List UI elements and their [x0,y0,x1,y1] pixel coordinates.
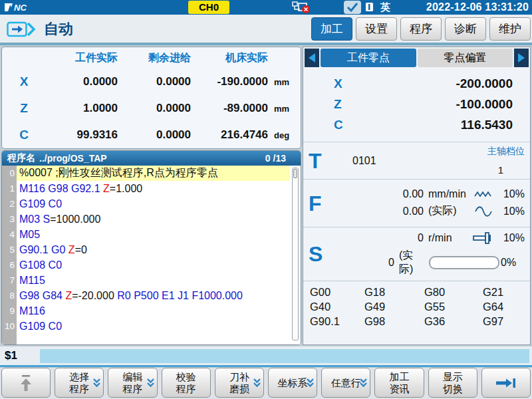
program-line[interactable]: 7M115 [2,273,301,288]
workpiece-zero-values: X-200.0000Z-100.0000C116.5430 [303,68,530,142]
program-scrollbar[interactable] [292,168,299,340]
line-content: M05 [17,227,290,242]
axis-actual: 0.0000 [46,75,120,88]
mode-label: 自动 [44,19,73,39]
softkey-label: 刀补磨损 [229,371,249,395]
zero-axis-c: C [334,118,343,132]
program-line[interactable]: 3M03 S=1000.000 [2,211,301,227]
tab-machining[interactable]: 加工 [311,17,352,41]
line-content: G108 C0 [17,257,290,273]
softkey-display-switch[interactable]: 显示切换 [428,368,477,398]
softkey-next-page[interactable] [481,368,531,398]
program-line[interactable]: 9M116 [2,303,301,319]
zero-row: X-200.0000 [303,73,530,94]
zero-axis-z: Z [334,97,342,112]
program-line[interactable]: 8G98 G84 Z=-20.000 R0 P500 E1 J1 F1000.0… [2,288,301,303]
tab-diagnosis[interactable]: 诊断 [445,17,486,41]
spindle-section: S 0 r/min 10% 0 (实际) [303,227,530,281]
program-line[interactable]: 4M05 [2,227,301,242]
line-number: 5 [2,245,17,255]
spindle-load-value: 0% [499,257,525,269]
program-line[interactable]: 5G90.1 G0 Z=0 [2,242,301,257]
tab-settings[interactable]: 设置 [356,17,397,41]
zero-axis-x: X [334,76,342,91]
gcode-cell: G98 [364,315,424,328]
rapid-override-icon [467,190,499,199]
command-input[interactable] [40,349,529,363]
softkey-machining-info[interactable]: 加工资讯 [374,368,424,398]
hnc-logo: NC [4,1,44,16]
line-number: 10 [2,321,17,331]
spindle-actual: 0 [388,257,394,269]
axis-remaining: 0.0000 [120,102,194,115]
channel-badge: CH0 [188,1,229,14]
program-name-label: 程序名 [7,152,35,164]
tab-next-button[interactable] [514,49,529,67]
col-header-machine-actual: 机床实际 [194,51,271,65]
cnc-screen: NC CH0 英 2022-12-06 13:31:20 [0,0,532,399]
position-table: 工件实际 剩余进给 机床实际 X0.00000.0000-190.0000mmZ… [1,47,301,149]
feed-actual-label: (实际) [424,204,467,218]
softkey-edit-program[interactable]: 编辑程序 [108,368,157,398]
gcode-cell: G36 [424,315,483,328]
col-header-workpiece-actual: 工件实际 [46,51,120,65]
softkey-menu-up[interactable] [1,368,51,398]
line-content: %0007 ;刚性攻丝测试程序,R点为程序零点 [17,166,290,181]
tool-section: T 0101 主轴档位 1 [303,142,530,179]
tab-workpiece-zero[interactable]: 工件零点 [321,49,416,67]
program-line[interactable]: 6G108 C0 [2,257,301,273]
axis-remaining: 0.0000 [120,75,194,88]
softkey-select-program[interactable]: 选择程序 [55,368,104,398]
language-indicator[interactable]: 英 [380,1,390,14]
tab-prev-button[interactable] [305,49,319,67]
command-prompt: $1 [5,349,17,362]
tab-program[interactable]: 程序 [400,17,442,41]
feed-unit: mm/min [424,188,467,200]
gcode-cell: G64 [483,301,530,313]
feed-section: F 0.00 mm/min 10% 0.00 (实际) 10% [303,179,530,227]
spindle-gear-label: 主轴档位 [487,146,525,158]
program-panel: 程序名 ../prog/OS_TAP 0 /13 0%0007 ;刚性攻丝测试程… [1,150,301,345]
tab-zero-offset[interactable]: 零点偏置 [418,49,513,67]
program-listing[interactable]: 0%0007 ;刚性攻丝测试程序,R点为程序零点1M116 G98 G92.1 … [2,166,301,344]
feed-override-value: 10% [499,205,525,217]
program-line[interactable]: 0%0007 ;刚性攻丝测试程序,R点为程序零点 [2,166,301,181]
softkey-coordinate-system[interactable]: 坐标系 [268,368,317,398]
axis-label-z: Z [2,101,46,116]
chevron-down-icon [92,378,101,388]
scrollbar-thumb[interactable] [293,169,297,178]
axis-machine: -89.0000 [194,102,271,115]
softkey-verify-program[interactable]: 校验程序 [162,368,211,398]
col-header-remaining-feed: 剩余进给 [120,51,194,65]
command-line: $1 [0,346,532,365]
softkey-arbitrary-line[interactable]: 任意行 [321,368,370,398]
gcode-cell: G49 [364,301,424,313]
feed-letter: F [309,191,322,215]
program-line[interactable]: 1M116 G98 G92.1 Z=1.000 [2,181,301,196]
program-line[interactable]: 2G109 C0 [2,196,301,211]
softkey-tool-comp-wear[interactable]: 刀补磨损 [215,368,264,398]
line-content: G90.1 G0 Z=0 [17,242,290,257]
tool-number: 0101 [352,155,376,167]
svg-text:NC: NC [14,3,27,13]
spindle-unit: r/min [424,232,467,244]
tab-next-icon [517,53,525,63]
program-line[interactable]: 10G109 C0 [2,319,301,334]
line-number: 6 [2,260,17,270]
gcode-cell: G97 [483,315,530,328]
softkey-label: 显示切换 [443,371,463,395]
rapid-override-value: 10% [499,188,525,200]
program-path: ../prog/OS_TAP [39,153,107,164]
zero-value: 116.5430 [461,118,513,132]
status-panel: 工件零点零点偏置 X-200.0000Z-100.0000C116.5430 T… [303,47,531,345]
spindle-letter: S [309,242,323,267]
softkey-label: 坐标系 [278,377,308,389]
gcode-cell: G90.1 [310,315,364,328]
auto-mode-icon [7,21,37,40]
chevron-down-icon [146,378,155,388]
line-content: G109 C0 [17,196,290,211]
tab-maintenance[interactable]: 维护 [489,17,531,41]
mode-bar: 自动 加工设置程序诊断维护 [0,15,532,43]
softkey-label: 任意行 [331,377,361,389]
gcode-cell: G40 [310,301,364,313]
